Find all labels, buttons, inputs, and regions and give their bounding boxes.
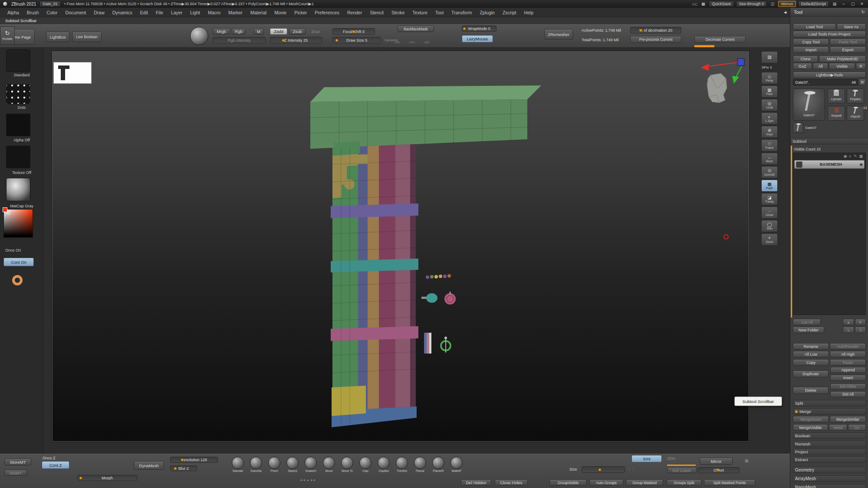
delmt-button[interactable]: DelMT	[4, 470, 27, 476]
clone-button[interactable]: Clone	[793, 56, 818, 62]
tool-restore-button[interactable]: R	[859, 79, 866, 85]
load-tools-from-project-button[interactable]: Load Tools From Project	[793, 31, 866, 37]
del-lower-button[interactable]: Del Lower	[667, 467, 697, 473]
morph-handle[interactable]	[79, 477, 82, 480]
goz-r-button[interactable]: R	[856, 63, 866, 69]
axis-y-button[interactable]: >Y<	[409, 40, 415, 44]
menu-item[interactable]: Tool	[431, 8, 447, 17]
palette-section-header[interactable]: NanoMesh	[793, 484, 866, 488]
draw-size-handle[interactable]	[335, 39, 338, 42]
menu-item[interactable]: Light	[186, 8, 204, 17]
morph-slider[interactable]: Morph	[77, 475, 137, 481]
storemt-button[interactable]: StoreMT	[4, 459, 31, 465]
remesh-section[interactable]: Remesh	[793, 441, 866, 447]
active-brush-preview[interactable]	[190, 27, 208, 45]
menu-item[interactable]: Document	[61, 8, 90, 17]
subtool-list[interactable]: ◉ ◐ ✎ ▦ BASEMESH ◉	[793, 153, 866, 315]
rgb-intensity-slider[interactable]: Rgb Intensity	[213, 37, 266, 43]
split-section[interactable]: Split	[793, 400, 866, 406]
tool-thumbnail-simplebrush[interactable]: S SimpleB	[828, 106, 845, 121]
new-folder-button[interactable]: New Folder	[793, 327, 824, 333]
menu-item[interactable]: Transform	[447, 8, 476, 17]
subtool-scrollbar[interactable]	[791, 146, 792, 318]
preprocess-current-button[interactable]: Pre-process Current	[630, 36, 681, 43]
rename-button[interactable]: Rename	[793, 343, 829, 350]
half-icon[interactable]: ◐	[849, 154, 852, 158]
once-z-label[interactable]: Once Z	[43, 456, 56, 460]
wrapmode-slider[interactable]: WrapMode 0	[462, 26, 496, 32]
document-name-chip[interactable]: Gate_01	[39, 1, 61, 7]
menu-item[interactable]: Alpha	[3, 8, 23, 17]
current-brush-thumbnail[interactable]	[6, 49, 30, 72]
menu-item[interactable]: Macro	[204, 8, 224, 17]
subtool-item-selected[interactable]: BASEMESH ◉	[794, 160, 865, 169]
quick-brush-item[interactable]: Planar	[411, 457, 429, 472]
lightbox-tools-button[interactable]: Lightbox▶Tools	[793, 72, 866, 78]
zremesher-button[interactable]: ZRemesher	[544, 29, 573, 39]
tool-panel-header[interactable]: Tool ↻	[790, 8, 868, 16]
menu-item[interactable]: Zplugin	[476, 8, 498, 17]
menu-item[interactable]: Stroke	[388, 8, 408, 17]
all-high-button[interactable]: All High	[830, 351, 866, 357]
live-boolean-button[interactable]: Live Boolean	[72, 32, 102, 42]
del-all-button[interactable]: Del All	[830, 391, 866, 397]
shelf-toggle-button[interactable]: ◪ Transp	[761, 193, 778, 205]
spix-slider[interactable]: SPix 3	[761, 65, 780, 70]
move-out-folder-button[interactable]: ↴	[855, 327, 866, 333]
shelf-toggle-button[interactable]: ▦ Floor	[761, 85, 778, 98]
color-picker[interactable]	[3, 209, 33, 238]
rgb-button[interactable]: Rgb	[232, 28, 246, 35]
quick-brush-item[interactable]: MalletF	[448, 457, 465, 472]
gradient-swatch-icon[interactable]	[12, 275, 23, 285]
menu-item[interactable]: Material	[247, 8, 270, 17]
draw-size-slider[interactable]: Draw Size 5	[332, 37, 381, 43]
menu-item[interactable]: File	[152, 8, 167, 17]
seethrough-slider[interactable]: See-through 0	[736, 1, 767, 7]
menu-item[interactable]: Stencil	[366, 8, 388, 17]
zsub-button[interactable]: Zsub	[289, 28, 306, 35]
axis-z-button[interactable]: >Z<	[424, 40, 430, 44]
weld-button[interactable]: Weld	[829, 424, 847, 431]
palette-section-header[interactable]: ArrayMesh	[793, 475, 866, 482]
shelf-toggle-button[interactable]: ◇ Persp	[761, 72, 778, 84]
group-masked-button[interactable]: Group Masked	[626, 479, 663, 486]
auto-groups-button[interactable]: Auto Groups	[589, 479, 623, 486]
once-ori-label[interactable]: Once Ori	[0, 248, 43, 252]
close-holes-button[interactable]: Close Holes	[495, 479, 528, 486]
paste-tool-button[interactable]: Paste Tool	[830, 39, 866, 45]
copy-subtool-button[interactable]: Copy	[793, 359, 829, 366]
size-handle[interactable]	[598, 468, 602, 471]
menu-item[interactable]: Texture	[408, 8, 431, 17]
shelf-toggle-button[interactable]: ◎ Local	[761, 99, 778, 111]
brush-row-pager[interactable]: ◄◄ ▲ ►►	[299, 478, 316, 481]
menu-item[interactable]: Marker	[224, 8, 247, 17]
menu-item[interactable]: Color	[43, 8, 61, 17]
shelf-toggle-button[interactable]: ◌ Ghost	[761, 206, 778, 219]
tool-thumbnail-object[interactable]: Object0	[847, 106, 864, 121]
goz-visible-button[interactable]: Visible	[829, 63, 855, 69]
current-alpha-thumbnail[interactable]	[6, 114, 30, 136]
eye-icon[interactable]: ◉	[859, 162, 863, 167]
menu-item[interactable]: Brush	[23, 8, 43, 17]
mrgb-button[interactable]: Mrgb	[213, 28, 230, 35]
menu-item[interactable]: Picker	[290, 8, 311, 17]
duplicate-button[interactable]: Duplicate	[793, 370, 829, 377]
menus-button[interactable]: Menus	[778, 1, 796, 7]
shelf-toggle-button[interactable]: ⊙ Zoom3D	[761, 166, 778, 178]
decimation-slider[interactable]: % of decimation 20	[630, 27, 681, 33]
eye-icon[interactable]: ◉	[844, 154, 847, 158]
zcut-button[interactable]: Zcut	[308, 28, 323, 35]
resolution-slider[interactable]: Resolution 128	[170, 457, 218, 463]
refresh-icon[interactable]: ↻	[861, 10, 865, 14]
menu-item[interactable]: Help	[520, 8, 537, 17]
delete-button[interactable]: Delete	[793, 387, 829, 394]
axis-x-button[interactable]: >X<	[394, 40, 401, 44]
color-picker-cursor[interactable]	[7, 212, 10, 215]
maximize-icon[interactable]: ▢	[849, 2, 856, 6]
blur-slider[interactable]: Blur 2	[170, 465, 197, 471]
subtool-section-header[interactable]: Subtool	[790, 138, 868, 144]
tool-name-field[interactable]: Gate37. 49	[793, 79, 858, 85]
decimate-current-button[interactable]: Decimate Current	[694, 36, 746, 43]
insert-button[interactable]: Insert	[830, 375, 866, 381]
quick-brush-item[interactable]: Pinch	[266, 457, 283, 472]
